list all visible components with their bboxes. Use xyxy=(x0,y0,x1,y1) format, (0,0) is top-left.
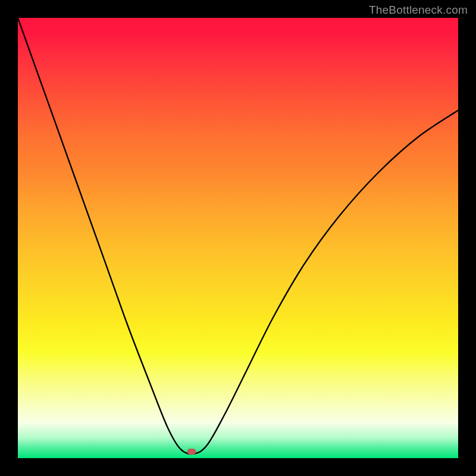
watermark-text: TheBottleneck.com xyxy=(369,4,468,17)
plot-area xyxy=(18,18,458,458)
optimal-point-marker xyxy=(187,449,196,455)
chart-frame: TheBottleneck.com xyxy=(0,0,476,476)
bottleneck-curve xyxy=(18,18,458,458)
